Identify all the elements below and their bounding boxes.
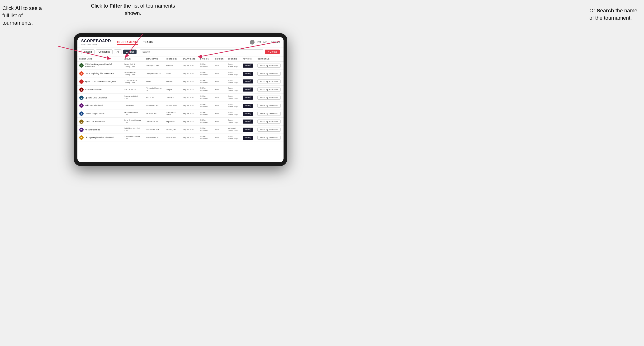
cell-division-2: NCAA Division I bbox=[198, 78, 213, 86]
view-button-4[interactable]: View ⓘ bbox=[243, 96, 253, 100]
cell-gender-3: Men bbox=[213, 86, 226, 94]
cell-hosted-6: Tennessee-Martin bbox=[164, 110, 181, 118]
schedule-button-1[interactable]: Add to My Schedule + bbox=[258, 72, 280, 76]
cell-date-7: Sep 18, 2023 bbox=[181, 118, 198, 126]
cell-actions-1: View ⓘ bbox=[241, 69, 256, 78]
create-button[interactable]: + Create bbox=[265, 50, 280, 54]
table-row: W Husky Individual Gold Mountain Golf Cl… bbox=[78, 126, 284, 134]
schedule-button-5[interactable]: Add to My Schedule + bbox=[258, 104, 280, 108]
cell-hosted-9: Wake Forest bbox=[164, 134, 181, 142]
view-icon-5: ⓘ bbox=[249, 104, 251, 107]
schedule-plus-icon-2: + bbox=[277, 80, 278, 83]
schedule-plus-icon-4: + bbox=[277, 97, 278, 99]
table-row: T Grover Page Classic Jackson Country Cl… bbox=[78, 110, 284, 118]
filter-bar: Hosting Competing All ☰ Filter + Create bbox=[78, 47, 284, 56]
svg-text:T: T bbox=[81, 113, 82, 115]
cell-scoring-9: Team, Stroke Play bbox=[226, 134, 240, 142]
cell-gender-4: Men bbox=[213, 94, 226, 102]
view-button-9[interactable]: View ⓘ bbox=[243, 136, 253, 140]
cell-division-1: NCAA Division I bbox=[198, 69, 213, 78]
cell-event-8: W Husky Individual bbox=[78, 126, 122, 134]
filter-button[interactable]: ☰ Filter bbox=[123, 50, 136, 54]
cell-venue-1: Olympia Fields Country Club bbox=[122, 69, 144, 78]
view-button-8[interactable]: View ⓘ bbox=[243, 128, 253, 132]
event-name-text-3: Temple Invitational bbox=[85, 88, 102, 91]
cell-competing-6: Add to My Schedule + bbox=[256, 110, 284, 118]
header-divider: | bbox=[268, 41, 269, 43]
schedule-button-7[interactable]: Add to My Schedule + bbox=[258, 120, 280, 124]
cell-city-9: Westchester, IL bbox=[144, 134, 164, 142]
cell-venue-2: Shuttle Meadow Country Club bbox=[122, 78, 144, 86]
cell-city-5: Manhattan, KS bbox=[144, 102, 164, 110]
team-logo-0: M bbox=[79, 63, 84, 68]
cell-actions-7: View ⓘ bbox=[241, 118, 256, 126]
cell-gender-6: Men bbox=[213, 110, 226, 118]
view-button-2[interactable]: View ⓘ bbox=[243, 79, 253, 83]
table-row: T Temple Invitational The 1912 Club Plym… bbox=[78, 86, 284, 94]
team-logo-5: K bbox=[79, 103, 84, 108]
schedule-button-4[interactable]: Add to My Schedule + bbox=[258, 96, 280, 100]
cell-scoring-2: Team, Stroke Play bbox=[226, 78, 240, 86]
cell-event-0: M 2023 Joe Feaganes Marshall Invitationa… bbox=[78, 62, 122, 70]
cell-date-1: Sep 15, 2023 bbox=[181, 69, 198, 78]
schedule-button-3[interactable]: Add to My Schedule + bbox=[258, 88, 280, 92]
schedule-plus-icon-7: + bbox=[277, 121, 278, 123]
view-button-0[interactable]: View ⓘ bbox=[243, 64, 253, 68]
event-name-text-4: Upstate Dual Challenge bbox=[85, 97, 107, 99]
col-header-actions: ACTIONS bbox=[241, 56, 256, 62]
event-name-text-8: Husky Individual bbox=[85, 129, 100, 131]
cell-venue-3: The 1912 Club bbox=[122, 86, 144, 94]
cell-hosted-1: Illinois bbox=[164, 69, 181, 78]
logo-area: SCOREBOARD Powered by clippd bbox=[81, 39, 111, 45]
schedule-button-8[interactable]: Add to My Schedule + bbox=[258, 128, 280, 132]
cell-hosted-3: Temple bbox=[164, 86, 181, 94]
table-row: F Ryan T. Lee Memorial Collegiate Shuttl… bbox=[78, 78, 284, 86]
cell-gender-1: Men bbox=[213, 69, 226, 78]
view-icon-0: ⓘ bbox=[249, 64, 251, 67]
tab-all[interactable]: All bbox=[114, 49, 122, 54]
event-name-text-1: OFCC Fighting Illini Invitational bbox=[85, 72, 114, 75]
cell-scoring-6: Team, Stroke Play bbox=[226, 110, 240, 118]
cell-competing-8: Add to My Schedule + bbox=[256, 126, 284, 134]
schedule-button-9[interactable]: Add to My Schedule + bbox=[258, 136, 280, 140]
header-user-text: Test User bbox=[256, 41, 266, 43]
view-button-5[interactable]: View ⓘ bbox=[243, 104, 253, 108]
schedule-button-6[interactable]: Add to My Schedule + bbox=[258, 112, 280, 116]
col-header-venue: VENUE bbox=[122, 56, 144, 62]
cell-hosted-7: Valparaiso bbox=[164, 118, 181, 126]
table-row: I OFCC Fighting Illini Invitational Olym… bbox=[78, 69, 284, 78]
cell-hosted-2: Fairfield bbox=[164, 78, 181, 86]
view-button-1[interactable]: View ⓘ bbox=[243, 72, 253, 76]
sign-out-link[interactable]: Sign out bbox=[271, 41, 280, 43]
cell-event-3: T Temple Invitational bbox=[78, 86, 122, 94]
col-header-event: EVENT NAME bbox=[78, 56, 122, 62]
cell-event-5: K Wildcat Invitational bbox=[78, 102, 122, 110]
tournaments-table: EVENT NAME VENUE CITY, STATE HOSTED BY S… bbox=[78, 56, 284, 142]
cell-city-3: Plymouth Meeting, PA bbox=[144, 86, 164, 94]
schedule-button-0[interactable]: Add to My Schedule + bbox=[258, 64, 280, 68]
team-logo-4: L bbox=[79, 96, 84, 100]
cell-scoring-0: Team, Stroke Play bbox=[226, 62, 240, 70]
view-button-6[interactable]: View ⓘ bbox=[243, 112, 253, 116]
table-row: W Chicago Highlands Invitational Chicago… bbox=[78, 134, 284, 142]
cell-gender-7: Men bbox=[213, 118, 226, 126]
cell-scoring-3: Team, Stroke Play bbox=[226, 86, 240, 94]
cell-actions-6: View ⓘ bbox=[241, 110, 256, 118]
event-name-text-9: Chicago Highlands Invitational bbox=[85, 136, 114, 139]
svg-text:M: M bbox=[80, 64, 82, 67]
search-input[interactable] bbox=[140, 49, 264, 54]
nav-tab-tournaments[interactable]: TOURNAMENTS bbox=[117, 40, 138, 45]
view-button-3[interactable]: View ⓘ bbox=[243, 88, 253, 92]
tab-competing[interactable]: Competing bbox=[96, 49, 112, 54]
schedule-button-2[interactable]: Add to My Schedule + bbox=[258, 79, 280, 83]
cell-actions-9: View ⓘ bbox=[241, 134, 256, 142]
header-right: U Test User | Sign out bbox=[250, 40, 280, 45]
cell-division-9: NCAA Division I bbox=[198, 134, 213, 142]
cell-date-5: Sep 17, 2023 bbox=[181, 102, 198, 110]
tab-hosting[interactable]: Hosting bbox=[81, 49, 94, 54]
table-container[interactable]: EVENT NAME VENUE CITY, STATE HOSTED BY S… bbox=[78, 56, 284, 162]
cell-hosted-4: Le Moyne bbox=[164, 94, 181, 102]
cell-competing-9: Add to My Schedule + bbox=[256, 134, 284, 142]
view-button-7[interactable]: View ⓘ bbox=[243, 120, 253, 124]
nav-tab-teams[interactable]: TEAMS bbox=[143, 40, 153, 45]
